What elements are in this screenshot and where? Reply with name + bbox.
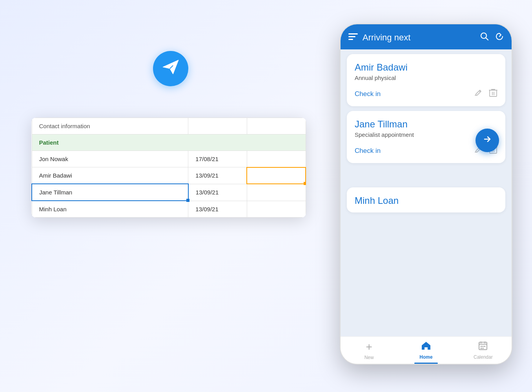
patient-name-jane: Jane Tillman	[355, 119, 497, 130]
spreadsheet-table: Contact information Patient Jon Nowak 17…	[31, 118, 306, 218]
table-row[interactable]: Minh Loan 13/09/21	[32, 201, 306, 218]
patient-name-cell[interactable]: Amir Badawi	[32, 167, 188, 184]
patient-extra-cell	[247, 201, 306, 218]
appointment-type-amir: Annual physical	[355, 74, 497, 81]
paper-plane-logo	[153, 51, 188, 86]
check-in-button-amir[interactable]: Check in	[355, 90, 381, 98]
svg-rect-12	[483, 348, 484, 349]
patient-date-cell[interactable]: 13/09/21	[188, 201, 247, 218]
phone-content: Amir Badawi Annual physical Check in	[341, 49, 512, 336]
delete-icon-amir[interactable]	[489, 88, 497, 100]
yellow-cell-handle	[304, 182, 306, 185]
nav-label-new: New	[364, 355, 374, 360]
patient-date-cell[interactable]: 13/09/21	[188, 184, 247, 201]
refresh-icon[interactable]	[495, 32, 504, 43]
nav-label-home: Home	[419, 354, 432, 360]
nav-indicator	[414, 363, 438, 364]
check-in-button-jane[interactable]: Check in	[355, 147, 381, 155]
patient-card-minh: Minh Loan	[347, 187, 505, 212]
svg-rect-9	[483, 346, 484, 347]
patient-extra-cell	[247, 151, 306, 167]
header-right	[480, 32, 504, 43]
header-left: Arriving next	[348, 33, 410, 43]
svg-rect-0	[348, 33, 358, 34]
patient-name-minh: Minh Loan	[355, 195, 497, 206]
yellow-selected-cell[interactable]	[247, 167, 306, 184]
nav-label-calendar: Calendar	[474, 354, 493, 360]
nav-item-home[interactable]: Home	[397, 341, 454, 360]
patient-date-cell[interactable]: 17/08/21	[188, 151, 247, 167]
card-icons-amir	[474, 88, 497, 100]
phone-title: Arriving next	[363, 33, 410, 43]
fab-button[interactable]	[476, 129, 499, 152]
selected-patient-name-cell[interactable]: Jane Tillman	[32, 184, 188, 201]
contact-info-header: Contact information	[32, 118, 188, 134]
svg-rect-10	[484, 346, 485, 347]
svg-rect-1	[348, 36, 355, 37]
edit-icon-amir[interactable]	[474, 89, 483, 100]
patient-group-label: Patient	[32, 134, 306, 151]
patient-group-row: Patient	[32, 134, 306, 151]
fab-icon	[481, 133, 493, 148]
phone-mockup: Arriving next Amir Badawi Annual physica…	[340, 24, 512, 365]
spreadsheet-card: Contact information Patient Jon Nowak 17…	[31, 118, 306, 218]
nav-item-new[interactable]: + New	[341, 341, 397, 360]
card-actions-jane: Check in	[355, 145, 497, 157]
patient-name-cell[interactable]: Minh Loan	[32, 201, 188, 218]
table-row[interactable]: Jon Nowak 17/08/21	[32, 151, 306, 167]
table-row[interactable]: Jane Tillman 13/09/21	[32, 184, 306, 201]
patient-card-amir: Amir Badawi Annual physical Check in	[347, 54, 505, 106]
patient-extra-cell	[247, 184, 306, 201]
bottom-nav: + New Home	[341, 336, 512, 364]
table-row[interactable]: Amir Badawi 13/09/21	[32, 167, 306, 184]
patient-name-amir: Amir Badawi	[355, 62, 497, 73]
svg-rect-4	[490, 90, 497, 96]
header-col2	[188, 118, 247, 134]
patient-date-cell[interactable]: 13/09/21	[188, 167, 247, 184]
plus-icon: +	[366, 341, 372, 353]
nav-item-calendar[interactable]: Calendar	[455, 341, 512, 360]
svg-rect-11	[481, 348, 482, 349]
svg-rect-2	[348, 39, 353, 40]
hamburger-icon[interactable]	[348, 33, 358, 43]
header-col3	[247, 118, 306, 134]
paper-plane-icon	[162, 59, 179, 78]
home-icon	[421, 341, 431, 353]
blue-cell-handle	[186, 199, 189, 202]
search-icon[interactable]	[480, 32, 489, 43]
card-actions-amir: Check in	[355, 88, 497, 100]
svg-rect-8	[481, 346, 482, 347]
calendar-icon	[478, 341, 488, 353]
table-header-row: Contact information	[32, 118, 306, 134]
patient-name-cell[interactable]: Jon Nowak	[32, 151, 188, 167]
phone-header: Arriving next	[341, 24, 512, 49]
